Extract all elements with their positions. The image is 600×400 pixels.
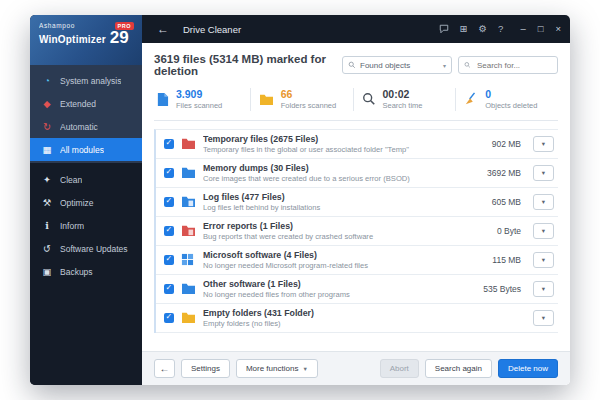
sidebar-item-label: Automatic — [60, 122, 98, 132]
sidebar-item-label: All modules — [60, 145, 104, 155]
stat-folders-scanned: 66 Folders scanned — [250, 88, 353, 111]
list-item-memory-dumps[interactable]: Memory dumps (30 Files) Core images that… — [156, 159, 558, 188]
content: 3619 files (5314 MB) marked for deletion… — [142, 43, 570, 351]
sidebar-item-system-analysis[interactable]: ◔ System analysis — [30, 69, 142, 92]
row-expand-button[interactable]: ▾ — [533, 165, 554, 181]
chevron-down-icon: ▾ — [443, 62, 446, 69]
settings-button[interactable]: Settings — [181, 359, 230, 378]
wrench-icon: ⚒ — [41, 198, 53, 208]
chevron-down-icon: ▾ — [542, 256, 545, 264]
sidebar-item-optimize[interactable]: ⚒ Optimize — [30, 191, 142, 214]
stat-value: 3.909 — [176, 89, 222, 100]
broom-icon — [464, 92, 478, 106]
row-expand-button[interactable]: ▾ — [533, 252, 554, 268]
sidebar-item-automatic[interactable]: ↻ Automatic — [30, 115, 142, 138]
footer-back-button[interactable]: ← — [154, 359, 175, 378]
stat-objects-deleted: 0 Objects deleted — [455, 88, 558, 111]
chevron-down-icon: ▾ — [542, 169, 545, 177]
stat-label: Search time — [383, 101, 423, 110]
sidebar-item-label: Inform — [60, 221, 84, 231]
list-item-error-reports[interactable]: Error reports (1 Files) Bug reports that… — [156, 217, 558, 246]
sidebar: Ashampoo PRO WinOptimizer 29 ◔ System an… — [30, 15, 142, 385]
chevron-down-icon: ▾ — [542, 198, 545, 206]
titlebar: ← Drive Cleaner ⊞ ⚙ ? – □ × — [142, 15, 570, 43]
row-checkbox[interactable] — [164, 226, 174, 236]
feedback-icon[interactable] — [439, 24, 449, 34]
found-objects-dropdown[interactable]: Found objects ▾ — [342, 56, 452, 74]
sidebar-item-clean[interactable]: ✦ Clean — [30, 168, 142, 191]
extended-icon: ◆ — [41, 99, 53, 109]
row-expand-button[interactable]: ▾ — [533, 281, 554, 297]
row-description: Core images that were created due to a s… — [203, 174, 458, 183]
maximize-icon[interactable]: □ — [538, 24, 544, 34]
backup-box-icon: ▣ — [41, 267, 53, 277]
sidebar-item-extended[interactable]: ◆ Extended — [30, 92, 142, 115]
row-checkbox[interactable] — [164, 168, 174, 178]
other-software-icon — [181, 282, 196, 295]
search-again-button[interactable]: Search again — [425, 359, 492, 378]
stat-label: Files scanned — [176, 101, 222, 110]
row-checkbox[interactable] — [164, 139, 174, 149]
found-objects-value: Found objects — [360, 61, 410, 70]
row-expand-button[interactable]: ▾ — [533, 194, 554, 210]
automatic-refresh-icon: ↻ — [41, 122, 53, 132]
row-title: Other software (1 Files) — [203, 279, 458, 289]
back-arrow-icon[interactable]: ← — [151, 22, 175, 36]
close-icon[interactable]: × — [555, 24, 561, 34]
files-icon — [156, 92, 169, 107]
row-checkbox[interactable] — [164, 197, 174, 207]
chevron-down-icon: ▼ — [302, 366, 307, 372]
help-icon[interactable]: ? — [498, 24, 503, 34]
row-title: Microsoft software (4 Files) — [203, 250, 458, 260]
main-area: ← Drive Cleaner ⊞ ⚙ ? – □ × 3619 files (… — [142, 15, 570, 385]
footer-toolbar: ← Settings More functions ▼ Abort Search… — [142, 351, 570, 385]
row-size: 3692 MB — [465, 168, 521, 178]
minimize-icon[interactable]: – — [520, 24, 525, 34]
more-functions-label: More functions — [246, 364, 298, 373]
stat-files-scanned: 3.909 Files scanned — [154, 88, 250, 111]
brand-product: WinOptimizer — [39, 34, 106, 45]
row-checkbox[interactable] — [164, 313, 174, 323]
row-expand-button[interactable]: ▾ — [533, 223, 554, 239]
list-item-log-files[interactable]: Log files (477 Files) Log files left beh… — [156, 188, 558, 217]
widgets-icon[interactable]: ⊞ — [460, 24, 468, 34]
sidebar-item-inform[interactable]: ℹ Inform — [30, 214, 142, 237]
delete-now-button[interactable]: Delete now — [498, 359, 558, 378]
list-item-empty-folders[interactable]: Empty folders (431 Folder) Empty folders… — [156, 304, 558, 333]
row-title: Empty folders (431 Folder) — [203, 308, 458, 318]
error-reports-icon — [181, 224, 196, 237]
row-size: 115 MB — [465, 255, 521, 265]
search-input[interactable] — [475, 60, 552, 71]
info-icon: ℹ — [41, 221, 53, 231]
gear-icon[interactable]: ⚙ — [479, 24, 488, 34]
stat-value: 00:02 — [383, 89, 423, 100]
row-description: Empty folders (no files) — [203, 319, 458, 328]
row-title: Temporary files (2675 Files) — [203, 134, 458, 144]
chevron-down-icon: ▾ — [542, 140, 545, 148]
broom-icon: ✦ — [41, 175, 53, 185]
search-icon — [348, 61, 356, 69]
search-box[interactable] — [458, 56, 558, 74]
row-expand-button[interactable]: ▾ — [533, 136, 554, 152]
list-item-microsoft-software[interactable]: Microsoft software (4 Files) No longer n… — [156, 246, 558, 275]
row-title: Log files (477 Files) — [203, 192, 458, 202]
log-files-icon — [181, 195, 196, 208]
stat-label: Objects deleted — [485, 101, 537, 110]
sidebar-item-software-updates[interactable]: ↺ Software Updates — [30, 237, 142, 260]
row-description: No longer needed Microsoft program-relat… — [203, 261, 458, 270]
more-functions-button[interactable]: More functions ▼ — [236, 359, 318, 378]
list-item-other-software[interactable]: Other software (1 Files) No longer neede… — [156, 275, 558, 304]
search-icon — [464, 61, 471, 69]
row-checkbox[interactable] — [164, 284, 174, 294]
abort-button[interactable]: Abort — [380, 359, 419, 378]
row-expand-button[interactable]: ▾ — [533, 310, 554, 326]
row-checkbox[interactable] — [164, 255, 174, 265]
row-title: Memory dumps (30 Files) — [203, 163, 458, 173]
chevron-down-icon: ▾ — [542, 227, 545, 235]
sidebar-item-label: Clean — [60, 175, 82, 185]
scan-stats: 3.909 Files scanned 66 Folders scanned 0… — [154, 88, 558, 121]
memory-dumps-icon — [181, 166, 196, 179]
sidebar-item-backups[interactable]: ▣ Backups — [30, 260, 142, 283]
list-item-temporary-files[interactable]: Temporary files (2675 Files) Temporary f… — [156, 130, 558, 159]
sidebar-item-all-modules[interactable]: ▦ All modules — [30, 138, 142, 161]
